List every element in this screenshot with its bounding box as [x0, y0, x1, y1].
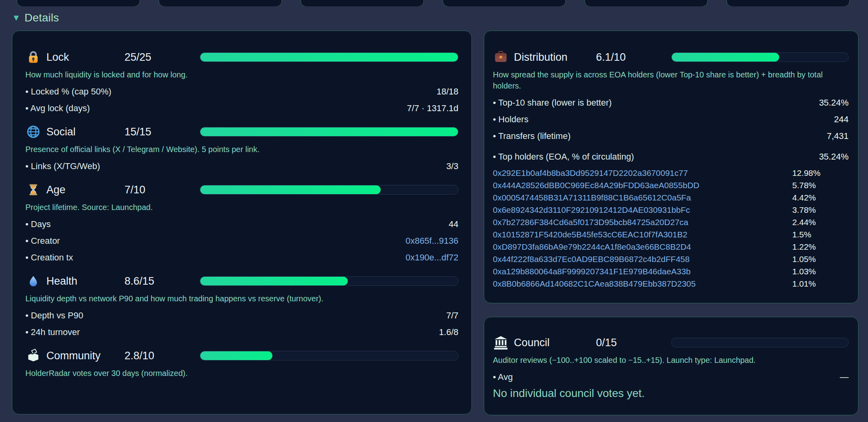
section-title: Community [46, 350, 101, 362]
holder-share: 1.5% [792, 228, 849, 241]
top-holders-list: 0x292E1b0af4b8ba3Dd9529147D2202a3670091c… [493, 167, 849, 290]
progress-fill [200, 127, 458, 136]
metric-row: Links (X/TG/Web) 3/3 [25, 161, 458, 171]
details-panel: Lock 25/25 How much liquidity is locked … [0, 31, 868, 415]
progress-bar [200, 276, 458, 286]
section-description: How spread the supply is across EOA hold… [493, 69, 849, 91]
collapsed-cards-row [0, 0, 868, 6]
metric-row: Locked % (cap 50%) 18/18 [25, 87, 458, 97]
creation-tx-link[interactable]: 0x190e...df72 [406, 252, 458, 263]
section-description: How much liquidity is locked and for how… [25, 69, 458, 80]
metric-row: Creator 0x865f...9136 [25, 236, 458, 246]
section-score: 15/15 [125, 126, 200, 138]
holder-row: 0x10152871F5420de5B45fe53cC6EAC10f7fA301… [493, 228, 849, 241]
holder-share: 1.03% [792, 265, 849, 277]
section-description: Auditor reviews (−100..+100 scaled to −1… [493, 355, 849, 366]
progress-fill [200, 277, 348, 285]
distribution-card: Distribution 6.1/10 How spread the suppl… [484, 31, 858, 303]
holder-address-link[interactable]: 0x44f222f8a633d7Ec0AD9EBC89B6872c4b2dFF4… [493, 253, 792, 265]
holder-row: 0x7b27286F384Cd6a5f0173D95bcb84725a20D27… [493, 216, 849, 228]
top-holders-total: 35.24% [819, 152, 849, 162]
collapsed-card-2[interactable] [159, 0, 282, 6]
section-title: Age [46, 184, 65, 196]
holder-share: 1.22% [792, 241, 849, 253]
section-score: 0/15 [596, 337, 671, 349]
progress-bar [671, 338, 849, 347]
holder-row: 0x292E1b0af4b8ba3Dd9529147D2202a3670091c… [493, 167, 849, 179]
holder-address-link[interactable]: 0x10152871F5420de5B45fe53cC6EAC10f7fA301… [493, 228, 792, 241]
holder-address-link[interactable]: 0x7b27286F384Cd6a5f0173D95bcb84725a20D27… [493, 216, 792, 228]
section-score: 8.6/15 [125, 275, 200, 287]
progress-fill [200, 351, 272, 360]
section-social: Social 15/15 Presence of official links … [25, 124, 458, 171]
holder-address-link[interactable]: 0xa129b880064a8F9999207341F1E979B46daeA3… [493, 265, 792, 277]
section-age: Age 7/10 Project lifetime. Source: Launc… [25, 182, 458, 263]
progress-bar [200, 351, 458, 360]
collapsed-card-1[interactable] [17, 0, 140, 6]
globe-icon [25, 124, 41, 140]
right-column: Distribution 6.1/10 How spread the suppl… [484, 31, 858, 415]
holder-address-link[interactable]: 0x444A28526dBB0C969Ec84A29bFDD63aeA0855b… [493, 179, 792, 191]
collapsed-card-5[interactable] [584, 0, 708, 6]
holder-share: 1.05% [792, 253, 849, 265]
metric-row: Depth vs P90 7/7 [25, 310, 458, 321]
holder-share: 2.44% [792, 216, 849, 228]
section-council: Council 0/15 Auditor reviews (−100..+100… [493, 335, 849, 400]
section-lock: Lock 25/25 How much liquidity is locked … [25, 49, 458, 114]
section-description: Project lifetime. Source: Launchpad. [25, 202, 458, 213]
section-distribution: Distribution 6.1/10 How spread the suppl… [493, 49, 849, 290]
metric-row: Holders 244 [493, 114, 849, 125]
section-title: Health [46, 275, 77, 287]
progress-bar [200, 127, 458, 137]
section-title: Lock [46, 51, 69, 64]
holder-row: 0x8B0b6866Ad140682C1CAea838B479Ebb387D23… [493, 277, 849, 290]
section-score: 6.1/10 [596, 51, 671, 64]
briefcase-icon [493, 49, 509, 65]
section-title: Council [514, 337, 550, 349]
holder-row: 0x0005474458B31A71311B9f88C1B6a65612C0a5… [493, 191, 849, 204]
section-description: Liquidity depth vs network P90 and how m… [25, 293, 458, 304]
holder-row: 0xa129b880064a8F9999207341F1E979B46daeA3… [493, 265, 849, 277]
holder-address-link[interactable]: 0x292E1b0af4b8ba3Dd9529147D2202a3670091c… [493, 167, 792, 179]
holder-address-link[interactable]: 0x8B0b6866Ad140682C1CAea838B479Ebb387D23… [493, 277, 792, 290]
progress-fill [672, 53, 779, 62]
scores-card: Lock 25/25 How much liquidity is locked … [12, 31, 472, 414]
section-title: Social [46, 126, 76, 138]
holder-share: 3.78% [792, 204, 849, 216]
council-card: Council 0/15 Auditor reviews (−100..+100… [484, 317, 858, 415]
section-score: 25/25 [125, 51, 200, 64]
holder-address-link[interactable]: 0x0005474458B31A71311B9f88C1B6a65612C0a5… [493, 191, 792, 204]
holder-share: 5.78% [792, 179, 849, 191]
holder-address-link[interactable]: 0xD897D3fa86bA9e79b2244cA1f8e0a3e66BC8B2… [493, 241, 792, 253]
section-community: Community 2.8/10 HolderRadar votes over … [25, 348, 458, 379]
top-holders-header: Top holders (EOA, % of circulating) 35.2… [493, 152, 849, 162]
collapsed-card-6[interactable] [726, 0, 850, 6]
metric-row: Avg lock (days) 7/7 · 1317.1d [25, 103, 458, 114]
collapsed-card-4[interactable] [443, 0, 566, 6]
holder-address-link[interactable]: 0x6e8924342d3110F29210912412D4AE030931bb… [493, 204, 792, 216]
section-title: Distribution [514, 51, 567, 64]
metric-row: 24h turnover 1.6/8 [25, 327, 458, 337]
holder-row: 0x44f222f8a633d7Ec0AD9EBC89B6872c4b2dFF4… [493, 253, 849, 265]
section-description: Presence of official links (X / Telegram… [25, 144, 458, 155]
details-toggle[interactable]: ▼ Details [12, 12, 868, 24]
progress-bar [200, 52, 458, 62]
holder-share: 4.42% [792, 191, 849, 204]
holder-row: 0x6e8924342d3110F29210912412D4AE030931bb… [493, 204, 849, 216]
metric-row: Creation tx 0x190e...df72 [25, 252, 458, 263]
ballot-box-icon [25, 348, 41, 364]
creator-address-link[interactable]: 0x865f...9136 [406, 236, 458, 246]
council-empty-note: No individual council votes yet. [493, 387, 849, 400]
metric-row: Transfers (lifetime) 7,431 [493, 131, 849, 141]
progress-fill [200, 185, 381, 194]
details-title: Details [25, 12, 59, 24]
lock-icon [25, 49, 41, 65]
section-description: HolderRadar votes over 30 days (normaliz… [25, 368, 458, 379]
section-score: 7/10 [125, 184, 200, 196]
holder-row: 0xD897D3fa86bA9e79b2244cA1f8e0a3e66BC8B2… [493, 241, 849, 253]
section-health: Health 8.6/15 Liquidity depth vs network… [25, 273, 458, 337]
holder-row: 0x444A28526dBB0C969Ec84A29bFDD63aeA0855b… [493, 179, 849, 191]
droplet-icon [25, 273, 41, 289]
collapsed-card-3[interactable] [301, 0, 424, 6]
section-score: 2.8/10 [125, 350, 200, 362]
